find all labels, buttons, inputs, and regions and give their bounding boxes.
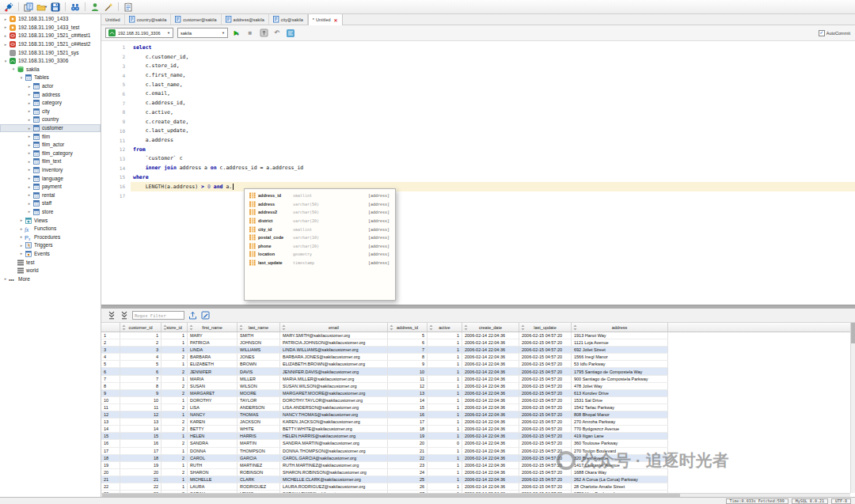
row-number-cell[interactable]: 13 <box>101 419 120 425</box>
cell-last_update[interactable]: 2006-02-15 04:57:20 <box>519 476 572 483</box>
cell-address[interactable]: 1121 Loja Avenue <box>572 339 668 346</box>
row-number-cell[interactable]: 20 <box>101 469 120 476</box>
connection-selector[interactable]: 192.168.31.190_3306 ▼ <box>105 28 173 38</box>
close-tab-icon[interactable]: ✕ <box>334 17 338 23</box>
tree-item-customer[interactable]: ▸customer <box>0 124 101 133</box>
editor-line-9[interactable]: 9 c.create_date, <box>101 117 855 127</box>
editor-line-4[interactable]: 4 c.first_name, <box>101 70 855 80</box>
sort-icon[interactable] <box>189 324 193 332</box>
cell-first_name[interactable]: HELEN <box>188 433 238 439</box>
cell-address[interactable]: 1566 Inegl Manor <box>572 354 668 360</box>
cell-address_id[interactable]: 23 <box>388 462 428 468</box>
cell-address[interactable]: 320 Brest Avenue <box>572 455 668 461</box>
row-number-cell[interactable]: 9 <box>101 390 120 396</box>
cell-address_id[interactable]: 17 <box>388 419 428 425</box>
execute-script-button[interactable] <box>259 28 268 38</box>
save-button[interactable] <box>50 2 61 13</box>
cell-last_name[interactable]: THOMAS <box>238 411 280 418</box>
cell-address_id[interactable]: 18 <box>388 426 428 432</box>
editor-line-16[interactable]: 16 LENGTH(a.address) > 0 and a. <box>101 182 855 191</box>
autocomplete-item-address_id[interactable]: address_idsmallint[address] <box>245 191 395 200</box>
cell-customer_id[interactable]: 18 <box>120 455 162 461</box>
cell-address_id[interactable]: 21 <box>388 448 428 454</box>
cell-first_name[interactable]: MICHELLE <box>188 476 238 483</box>
row-number-cell[interactable]: 2 <box>101 339 120 346</box>
cell-last_name[interactable]: SMITH <box>238 332 280 339</box>
cell-last_name[interactable]: MOORE <box>238 390 280 396</box>
cell-first_name[interactable]: DOROTHY <box>188 397 238 404</box>
tree-collapsed-icon[interactable]: ▸ <box>26 93 32 97</box>
cell-email[interactable]: MARY.SMITH@sakilacustomer.org <box>280 332 388 339</box>
tree-item-tables[interactable]: ▾Tables <box>0 74 101 82</box>
cell-first_name[interactable]: LAURA <box>188 483 238 490</box>
cell-address_id[interactable]: 10 <box>388 368 428 374</box>
database-selector[interactable]: sakila ▼ <box>177 28 228 38</box>
cell-last_name[interactable]: JOHNSON <box>238 339 280 346</box>
cell-customer_id[interactable]: 14 <box>120 426 162 432</box>
autocomplete-item-district[interactable]: districtvarchar(20)[address] <box>245 217 395 225</box>
cell-first_name[interactable]: LISA <box>188 404 238 411</box>
cell-address_id[interactable]: 13 <box>388 390 428 396</box>
cell-address_id[interactable]: 12 <box>388 383 428 389</box>
row-number-cell[interactable]: 18 <box>101 455 120 461</box>
cell-customer_id[interactable]: 1 <box>120 332 162 339</box>
cell-create_date[interactable]: 2006-02-14 22:04:36 <box>462 440 519 446</box>
cell-active[interactable]: 1 <box>428 476 462 483</box>
cell-address[interactable]: 900 Santiago de Compostela Parkway <box>572 376 668 382</box>
cell-active[interactable]: 1 <box>428 483 462 490</box>
cell-customer_id[interactable]: 21 <box>120 476 162 483</box>
cell-store_id[interactable]: 1 <box>162 483 188 490</box>
tree-item-film-category[interactable]: ▸film_category <box>0 150 101 158</box>
cell-customer_id[interactable]: 5 <box>120 361 162 367</box>
column-header-last_update[interactable]: last_update <box>519 323 572 332</box>
tree-collapsed-icon[interactable]: ▸ <box>26 143 32 147</box>
tree-collapsed-icon[interactable]: ▸ <box>26 210 32 214</box>
cell-create_date[interactable]: 2006-02-14 22:04:36 <box>462 332 519 339</box>
cell-address_id[interactable]: 20 <box>388 440 428 446</box>
table-row-9[interactable]: 992MARGARETMOOREMARGARET.MOORE@sakilacus… <box>101 390 668 397</box>
open-file-button[interactable]: ▼ <box>36 2 48 13</box>
cell-last_update[interactable]: 2006-02-15 04:57:20 <box>519 383 572 389</box>
cell-address_id[interactable]: 24 <box>388 469 428 476</box>
row-number-cell[interactable]: 4 <box>101 354 120 360</box>
tree-item-address[interactable]: ▸address <box>0 90 101 99</box>
tree-item-events[interactable]: ▸Events <box>0 250 101 259</box>
editor-line-1[interactable]: 1select <box>101 43 855 52</box>
tab-customer-sakila[interactable]: customer@sakila <box>171 14 221 25</box>
table-row-5[interactable]: 551ELIZABETHBROWNELIZABETH.BROWN@sakilac… <box>101 361 668 368</box>
row-number-cell[interactable]: 7 <box>101 376 120 382</box>
editor-line-8[interactable]: 8 c.active, <box>101 108 855 117</box>
cell-create_date[interactable]: 2006-02-14 22:04:36 <box>462 383 519 389</box>
table-row-13[interactable]: 13132KARENJACKSONKAREN.JACKSON@sakilacus… <box>101 419 668 426</box>
cell-last_update[interactable]: 2006-02-15 04:57:20 <box>519 426 572 432</box>
cell-active[interactable]: 1 <box>428 361 462 367</box>
tree-item-film-text[interactable]: ▸film_text <box>0 157 101 166</box>
tree-item-more[interactable]: ▸•••More <box>0 275 101 283</box>
tree-item-192-168-31-190-1433-test[interactable]: ▸192.168.31.190_1433_test <box>0 24 101 32</box>
cell-customer_id[interactable]: 15 <box>120 433 162 439</box>
cell-address_id[interactable]: 25 <box>388 476 428 483</box>
cell-last_update[interactable]: 2006-02-15 04:57:20 <box>519 390 572 396</box>
cell-active[interactable]: 1 <box>428 354 462 360</box>
table-row-4[interactable]: 442BARBARAJONESBARBARA.JONES@sakilacusto… <box>101 354 668 361</box>
cell-address_id[interactable]: 6 <box>388 339 428 346</box>
tab-address-sakila[interactable]: address@sakila <box>222 14 269 25</box>
tree-item-actor[interactable]: ▸actor <box>0 82 101 91</box>
table-row-14[interactable]: 14142BETTYWHITEBETTY.WHITE@sakilacustome… <box>101 426 668 433</box>
sort-icon[interactable] <box>282 324 286 332</box>
cell-last_name[interactable]: CLARK <box>238 476 280 483</box>
tree-collapsed-icon[interactable]: ▸ <box>2 277 9 281</box>
autocomplete-item-location[interactable]: locationgeometry[address] <box>245 250 395 259</box>
table-row-16[interactable]: 16162SANDRAMARTINSANDRA.MARTIN@sakilacus… <box>101 440 668 447</box>
row-number-header[interactable] <box>101 323 120 332</box>
row-number-cell[interactable]: 5 <box>101 361 120 367</box>
cell-first_name[interactable]: NANCY <box>188 411 238 418</box>
cell-first_name[interactable]: SHARON <box>188 469 238 476</box>
cell-store_id[interactable]: 1 <box>162 347 188 353</box>
column-header-store_id[interactable]: store_id <box>162 323 188 332</box>
tree-item-procedures[interactable]: ▸PxProcedures <box>0 233 101 241</box>
cell-first_name[interactable]: DONNA <box>188 448 238 454</box>
tree-collapsed-icon[interactable]: ▸ <box>26 193 32 197</box>
cell-customer_id[interactable]: 8 <box>120 383 162 389</box>
tree-item-192-168-31-190-3306[interactable]: ▾192.168.31.190_3306 <box>0 57 101 66</box>
